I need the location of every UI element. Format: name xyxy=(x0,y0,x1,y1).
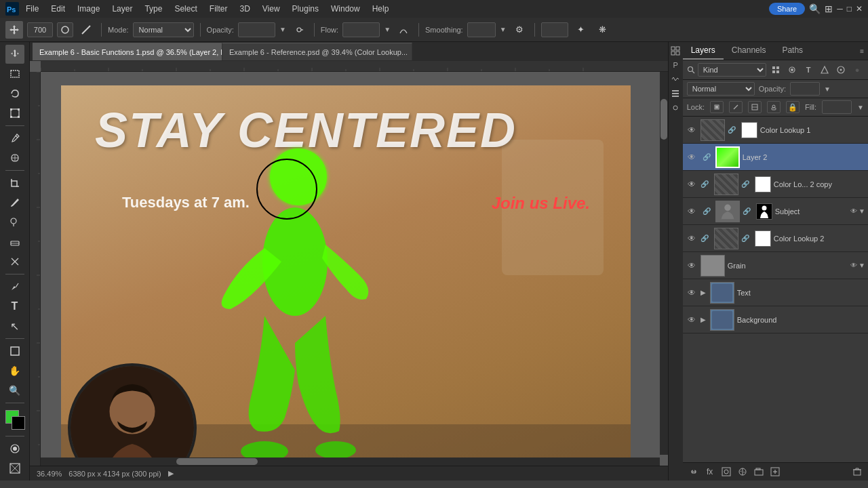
layer-item-text-group[interactable]: 👁 ▶ Text xyxy=(683,279,868,306)
close-icon[interactable]: ✕ xyxy=(856,4,863,14)
layer-item-subject[interactable]: 👁 🔗 🔗 Subject 👁 ▼ xyxy=(683,198,868,225)
move-tool-btn[interactable] xyxy=(5,21,23,39)
opacity-chevron[interactable]: ▼ xyxy=(279,26,286,33)
frame-tool[interactable] xyxy=(5,459,24,478)
blend-mode-select[interactable]: Normal Multiply Screen Overlay xyxy=(687,82,755,96)
layer-item-color-lookup-2[interactable]: 👁 🔗 🔗 Color Lookup 2 xyxy=(683,225,868,252)
menu-3d[interactable]: 3D xyxy=(234,3,255,15)
share-button[interactable]: Share xyxy=(769,3,805,15)
lock-transform-btn[interactable] xyxy=(748,101,762,113)
layer-vis-layer-2[interactable]: 👁 xyxy=(686,151,698,163)
angle-input[interactable]: 0° xyxy=(541,22,568,37)
maximize-icon[interactable]: □ xyxy=(847,4,852,14)
grain-chevron[interactable]: ▼ xyxy=(859,262,865,269)
lasso-tool[interactable] xyxy=(5,84,24,103)
path-select-tool[interactable]: ↖ xyxy=(5,317,24,336)
horizontal-scrollbar[interactable] xyxy=(41,458,660,466)
symmetry-btn[interactable]: ✦ xyxy=(572,21,590,39)
butterfly-btn[interactable]: ❋ xyxy=(594,21,612,39)
add-mask-btn[interactable] xyxy=(719,465,733,479)
menu-plugins[interactable]: Plugins xyxy=(287,3,324,15)
eraser-tool[interactable] xyxy=(5,232,24,251)
layer-vis-text[interactable]: 👁 xyxy=(686,287,698,299)
group-layers-btn[interactable] xyxy=(752,465,766,479)
clone-stamp[interactable] xyxy=(5,213,24,232)
menu-type[interactable]: Type xyxy=(139,3,167,15)
filter-smart-btn[interactable] xyxy=(834,63,848,77)
panel-icon-layers[interactable] xyxy=(669,87,682,100)
layer-effects-btn[interactable]: fx xyxy=(703,465,717,479)
layer-vis-background[interactable]: 👁 xyxy=(686,314,698,326)
panel-icon-properties[interactable]: P xyxy=(669,59,682,71)
tab-paths[interactable]: Paths xyxy=(774,42,811,60)
layer-item-layer-2[interactable]: 👁 🔗 Layer 2 xyxy=(683,144,868,171)
kind-filter-select[interactable]: Kind Name Effect Mode Attribute Color xyxy=(698,63,766,77)
eyedropper-tool[interactable] xyxy=(5,129,24,148)
subject-eye-icon[interactable]: 👁 xyxy=(850,207,857,215)
menu-select[interactable]: Select xyxy=(169,3,202,15)
menu-filter[interactable]: Filter xyxy=(204,3,233,15)
text-tool[interactable]: T xyxy=(5,297,24,316)
panel-collapse[interactable]: ≡ xyxy=(856,42,868,60)
subject-chevron[interactable]: ▼ xyxy=(859,207,865,215)
brush-shape-btn[interactable] xyxy=(57,22,73,37)
background-color[interactable] xyxy=(12,416,25,430)
opacity-input[interactable]: 100% xyxy=(238,22,275,37)
vertical-scrollbar[interactable] xyxy=(660,72,668,455)
smoothing-chevron[interactable]: ▼ xyxy=(500,26,507,33)
menu-layer[interactable]: Layer xyxy=(106,3,138,15)
menu-image[interactable]: Image xyxy=(72,3,105,15)
blur-tool[interactable] xyxy=(5,252,24,271)
new-layer-btn[interactable] xyxy=(768,465,782,479)
flow-icon[interactable] xyxy=(395,21,412,39)
delete-layer-btn[interactable] xyxy=(850,465,864,479)
shape-tool[interactable] xyxy=(5,342,24,361)
grain-extra-icon[interactable]: 👁 xyxy=(850,262,857,269)
airbrush-btn[interactable] xyxy=(290,21,308,39)
filter-type-btn[interactable]: T xyxy=(802,63,815,77)
layer-vis-subject[interactable]: 👁 xyxy=(686,205,698,218)
layer-item-background-group[interactable]: 👁 ▶ Background xyxy=(683,306,868,333)
tab-channels[interactable]: Channels xyxy=(724,42,774,60)
text-group-arrow[interactable]: ▶ xyxy=(701,289,706,296)
transform-tool[interactable] xyxy=(5,104,24,123)
flow-input[interactable]: 100% xyxy=(342,22,380,37)
layer-item-color-lookup-1[interactable]: 👁 🔗 Color Lookup 1 xyxy=(683,117,868,144)
filter-toggle-btn[interactable]: ● xyxy=(850,63,864,77)
status-arrow[interactable]: ▶ xyxy=(168,469,174,478)
workspace-icon[interactable]: ⊞ xyxy=(825,3,833,14)
canvas-document[interactable]: STAY CENTERED Tuesdays at 7 am. Join us … xyxy=(61,85,631,466)
layers-opacity-input[interactable]: 100% xyxy=(790,82,820,96)
link-layers-btn[interactable] xyxy=(687,465,701,479)
search-icon[interactable]: 🔍 xyxy=(809,3,821,14)
crop-tool[interactable] xyxy=(5,174,24,192)
selection-tool[interactable] xyxy=(5,64,24,83)
minimize-icon[interactable]: ─ xyxy=(837,4,843,14)
lock-artboard-btn[interactable] xyxy=(767,101,781,113)
layer-vis-color-lookup-2[interactable]: 👁 xyxy=(686,232,698,245)
pen-tool[interactable] xyxy=(5,277,24,296)
panel-icon-adjustments[interactable] xyxy=(669,73,682,85)
flow-chevron[interactable]: ▼ xyxy=(384,26,391,33)
tab-reference-close[interactable]: ✕ xyxy=(412,47,412,56)
patch-tool[interactable] xyxy=(5,148,24,167)
bg-group-arrow[interactable]: ▶ xyxy=(701,316,706,323)
tab-reference[interactable]: Example 6 - Reference.psd @ 39.4% (Color… xyxy=(222,43,412,60)
smoothing-input[interactable]: 0% xyxy=(467,22,496,37)
quick-mask-btn[interactable] xyxy=(5,439,24,458)
lock-pixels-btn[interactable] xyxy=(710,101,724,113)
filter-pixel-btn[interactable] xyxy=(769,63,783,77)
layer-item-color-lookup-copy[interactable]: 👁 🔗 🔗 Color Lo... 2 copy xyxy=(683,171,868,198)
tab-main[interactable]: Example 6 - Basic Functions 1.psd @ 36.5… xyxy=(33,43,222,60)
filter-shape-btn[interactable] xyxy=(818,63,831,77)
fill-adjustment-btn[interactable] xyxy=(736,465,749,479)
fill-chevron[interactable]: ▼ xyxy=(857,104,864,111)
move-tool[interactable] xyxy=(5,45,24,64)
filter-adjustment-btn[interactable] xyxy=(785,63,799,77)
panel-icon-1[interactable] xyxy=(669,45,682,57)
layer-vis-color-lookup-1[interactable]: 👁 xyxy=(686,124,698,136)
mode-select[interactable]: Normal Multiply Screen xyxy=(133,22,194,37)
layer-item-grain[interactable]: 👁 Grain 👁 ▼ xyxy=(683,252,868,279)
opacity-row-chevron[interactable]: ▼ xyxy=(824,85,831,93)
canvas-scroll[interactable]: STAY CENTERED Tuesdays at 7 am. Join us … xyxy=(30,61,668,466)
